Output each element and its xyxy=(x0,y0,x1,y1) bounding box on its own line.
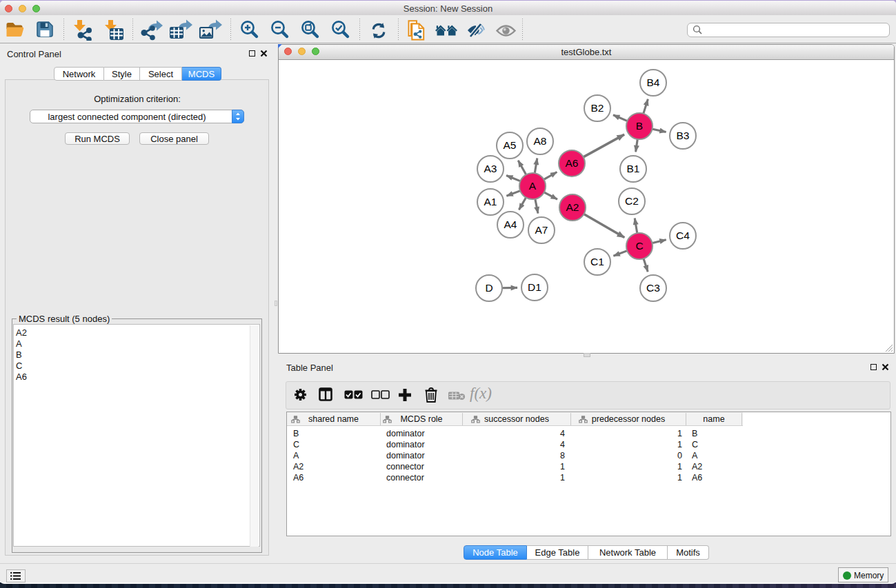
svg-text:A2: A2 xyxy=(566,201,579,213)
svg-text:D: D xyxy=(485,282,492,294)
svg-text:B4: B4 xyxy=(647,77,660,88)
svg-text:C: C xyxy=(635,240,643,252)
svg-text:B1: B1 xyxy=(627,163,640,174)
svg-text:B: B xyxy=(636,120,643,132)
svg-text:A1: A1 xyxy=(484,196,497,207)
svg-text:A7: A7 xyxy=(535,224,548,236)
svg-text:A5: A5 xyxy=(504,139,517,151)
svg-text:A: A xyxy=(529,180,537,192)
svg-text:A8: A8 xyxy=(534,135,547,147)
svg-text:C2: C2 xyxy=(625,195,639,207)
svg-text:C1: C1 xyxy=(590,256,604,267)
svg-text:C3: C3 xyxy=(646,282,660,294)
svg-text:A6: A6 xyxy=(566,157,579,169)
svg-text:A3: A3 xyxy=(484,163,497,174)
svg-text:A4: A4 xyxy=(504,219,517,230)
svg-text:B3: B3 xyxy=(677,130,690,141)
svg-text:C4: C4 xyxy=(676,230,690,241)
svg-text:D1: D1 xyxy=(528,281,541,293)
svg-text:B2: B2 xyxy=(591,102,604,114)
